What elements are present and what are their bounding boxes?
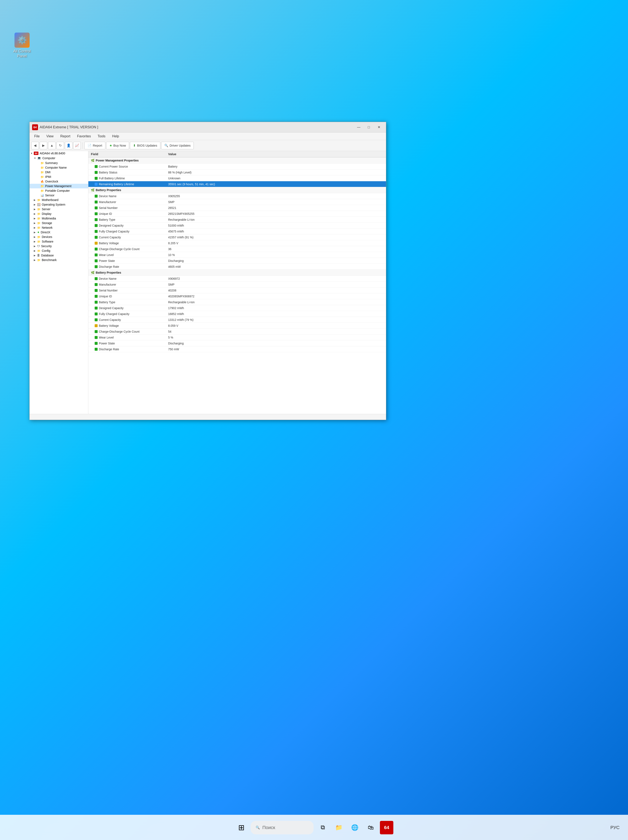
- driver-updates-button[interactable]: 🔍 Driver Updates: [161, 142, 194, 149]
- sidebar-label-dmi: DMI: [45, 171, 50, 174]
- sidebar-item-summary[interactable]: 📁 Summary: [30, 161, 88, 165]
- toolbar: ◀ ▶ ▲ ↻ 👤 📈 📄 Report ★ Buy Now ⬇ BIOS Up…: [30, 140, 386, 151]
- icon-b2-current-cap: [94, 318, 98, 321]
- sidebar-item-database[interactable]: ▶ 🗄 Database: [30, 253, 88, 258]
- control-panel-icon: ⚙️: [14, 33, 30, 48]
- row-b1-serial: Serial Number 26521: [88, 205, 386, 211]
- field-b1-voltage: Battery Voltage: [88, 242, 164, 245]
- sidebar-item-root[interactable]: ▼ 64 AIDA64 v6.88.6400: [30, 151, 88, 156]
- sidebar-item-power-mgmt[interactable]: 📁 Power Management: [30, 184, 88, 188]
- value-b2-voltage: 8.059 V: [164, 324, 386, 327]
- value-b2-current-cap: 13312 mWh (79 %): [164, 318, 386, 322]
- sidebar-item-server[interactable]: ▶ 📁 Server: [30, 207, 88, 212]
- sidebar-item-multimedia[interactable]: ▶ 📁 Multimedia: [30, 216, 88, 221]
- forward-button[interactable]: ▶: [40, 142, 47, 149]
- icon-b2-battery-type: [94, 301, 98, 304]
- sidebar-item-computer[interactable]: ▼ 💻 Computer: [30, 156, 88, 161]
- value-full-battery-lifetime: Unknown: [164, 177, 386, 180]
- menu-view[interactable]: View: [44, 134, 57, 139]
- sidebar-label-summary: Summary: [45, 161, 58, 165]
- multimedia-icon: 📁: [37, 217, 41, 220]
- menu-help[interactable]: Help: [109, 134, 122, 139]
- field-b2-voltage: Battery Voltage: [88, 324, 164, 327]
- buy-now-button[interactable]: ★ Buy Now: [106, 142, 129, 149]
- icon-b2-unique-id: [94, 295, 98, 298]
- row-b1-designed-cap: Designed Capacity 51000 mWh: [88, 223, 386, 229]
- back-button[interactable]: ◀: [31, 142, 39, 149]
- refresh-button[interactable]: ↻: [57, 142, 64, 149]
- icon-b1-designed-cap: [94, 224, 98, 227]
- buy-label: Buy Now: [113, 144, 126, 147]
- icon-b2-manufacturer: [94, 283, 98, 286]
- report-button[interactable]: 📄 Report: [84, 142, 105, 149]
- row-b1-power-state: Power State Discharging: [88, 258, 386, 264]
- field-b2-manufacturer: Manufacturer: [88, 283, 164, 286]
- row-b1-unique-id: Unique ID 26521SMPX905255: [88, 211, 386, 217]
- toolbar-separator-1: [82, 142, 83, 149]
- sidebar-item-ipmi[interactable]: 📁 IPMI: [30, 175, 88, 179]
- field-b2-current-cap: Current Capacity: [88, 318, 164, 322]
- icon-b1-wear: [94, 253, 98, 256]
- sidebar-label-server: Server: [42, 207, 50, 211]
- sidebar-item-storage[interactable]: ▶ 📁 Storage: [30, 221, 88, 225]
- icon-b2-designed-cap: [94, 306, 98, 309]
- row-b1-manufacturer: Manufacturer SMP: [88, 199, 386, 205]
- chart-button[interactable]: 📈: [73, 142, 81, 149]
- icon-b1-power-state: [94, 259, 98, 262]
- icon-b2-cycle: [94, 330, 98, 333]
- desktop-icon-control-panel[interactable]: ⚙️ All Control Panel: [9, 33, 35, 59]
- minimize-button[interactable]: —: [354, 124, 363, 131]
- sidebar-item-portable[interactable]: 📁 Portable Computer: [30, 188, 88, 193]
- sidebar-item-motherboard[interactable]: ▶ 📁 Motherboard: [30, 197, 88, 202]
- menu-tools[interactable]: Tools: [94, 134, 108, 139]
- aida-icon: 64: [34, 152, 38, 155]
- sidebar-item-security[interactable]: ▶ 🛡 Security: [30, 244, 88, 248]
- sidebar-label-devices: Devices: [42, 235, 52, 238]
- menu-favorites[interactable]: Favorites: [74, 134, 94, 139]
- sensor-icon: 📊: [41, 194, 44, 197]
- menu-file[interactable]: File: [31, 134, 42, 139]
- sidebar-item-benchmark[interactable]: ▶ 📁 Benchmark: [30, 258, 88, 262]
- store-button[interactable]: 🛍: [364, 821, 378, 834]
- os-icon: 🪟: [37, 203, 41, 206]
- start-button[interactable]: ⊞: [235, 821, 248, 834]
- window-controls: — □ ✕: [354, 124, 384, 131]
- window-title: AIDA64 Extreme [ TRIAL VERSION ]: [40, 125, 354, 129]
- value-b1-battery-type: Rechargeable Li-Ion: [164, 218, 386, 221]
- sidebar-item-os[interactable]: ▶ 🪟 Operating System: [30, 202, 88, 207]
- sidebar-item-directx[interactable]: ▶ ✦ DirectX: [30, 230, 88, 235]
- files-button[interactable]: 📁: [332, 821, 345, 834]
- close-button[interactable]: ✕: [374, 124, 384, 131]
- taskview-button[interactable]: ⧉: [316, 821, 329, 834]
- sidebar-item-display[interactable]: ▶ 📁 Display: [30, 212, 88, 216]
- icon-b1-serial: [94, 207, 98, 209]
- sidebar-item-computer-name[interactable]: 📁 Computer Name: [30, 165, 88, 170]
- field-b2-wear: Wear Level: [88, 336, 164, 339]
- menu-bar: File View Report Favorites Tools Help: [30, 133, 386, 140]
- menu-report[interactable]: Report: [57, 134, 73, 139]
- sidebar-item-dmi[interactable]: 📁 DMI: [30, 170, 88, 175]
- sidebar-item-sensor[interactable]: 📊 Sensor: [30, 193, 88, 197]
- row-b2-device-name: Device Name X906972: [88, 276, 386, 282]
- value-b1-full-cap: 45675 mWh: [164, 230, 386, 233]
- user-button[interactable]: 👤: [65, 142, 72, 149]
- sidebar-item-network[interactable]: ▶ 📁 Network: [30, 225, 88, 230]
- edge-button[interactable]: 🌐: [348, 821, 362, 834]
- bios-updates-button[interactable]: ⬇ BIOS Updates: [130, 142, 161, 149]
- display-icon: 📁: [37, 212, 41, 215]
- row-b2-current-cap: Current Capacity 13312 mWh (79 %): [88, 317, 386, 323]
- sidebar-item-software[interactable]: ▶ 📁 Software: [30, 239, 88, 244]
- benchmark-icon: 📁: [37, 259, 41, 262]
- ipmi-icon: 📁: [41, 175, 44, 178]
- field-b1-designed-cap: Designed Capacity: [88, 224, 164, 227]
- taskbar-search-box[interactable]: 🔍 Поиск: [250, 821, 313, 834]
- up-button[interactable]: ▲: [48, 142, 56, 149]
- sidebar-item-devices[interactable]: ▶ 📁 Devices: [30, 235, 88, 239]
- field-b1-unique-id: Unique ID: [88, 212, 164, 215]
- aida64-taskbar[interactable]: 64: [380, 821, 393, 834]
- row-b1-device-name: Device Name X905255: [88, 193, 386, 199]
- sidebar-item-overclock[interactable]: 🔥 Overclock: [30, 179, 88, 184]
- maximize-button[interactable]: □: [364, 124, 373, 131]
- value-b1-wear: 10 %: [164, 253, 386, 257]
- sidebar-item-config[interactable]: ▶ 📁 Config: [30, 248, 88, 253]
